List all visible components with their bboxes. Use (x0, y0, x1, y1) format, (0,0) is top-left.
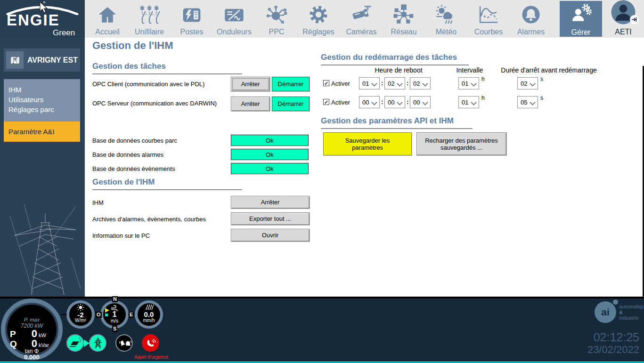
nav-accueil[interactable]: Accueil (86, 1, 129, 36)
db-row-label: Base de données évènements (92, 165, 175, 172)
q-unit: kVar (39, 342, 49, 348)
interval-select[interactable]: 01 (458, 96, 479, 108)
db-events-status-badge: Ok (231, 163, 309, 174)
home-icon (97, 1, 118, 25)
activer-checkbox[interactable]: ✓ (323, 99, 329, 105)
nav-alarmes[interactable]: Alarmes (510, 1, 552, 36)
reboot-second-select[interactable]: 00 (410, 96, 431, 108)
reboot-minute-select[interactable]: 00 (384, 96, 405, 108)
chevron-down-icon (471, 99, 477, 105)
open-pc-info-button[interactable]: Ouvrir (231, 229, 310, 242)
chevron-down-icon (371, 99, 377, 105)
activer-checkbox[interactable]: ✓ (323, 80, 329, 86)
nav-postes[interactable]: Postes (171, 1, 213, 36)
nav-label: PPC (269, 28, 285, 36)
select-value: 02 (388, 80, 394, 87)
nav-gerer-selected[interactable]: Gérer (560, 1, 602, 37)
select-value: 00 (388, 99, 394, 106)
nav-label: Postes (180, 28, 204, 36)
wind-marker-icon (105, 314, 108, 316)
page-title: Gestion de l'IHM (92, 40, 173, 52)
top-navigation: Accueil Unifilaire Postes (85, 0, 644, 38)
ai-brand-text: automatique & industrie (619, 304, 644, 321)
rain-value: 0.0 (138, 310, 160, 318)
scada-window: ENGIE Green Accueil Unifilaire (0, 0, 644, 363)
nav-reseau[interactable]: Réseau (383, 1, 425, 36)
pause-select[interactable]: 05 (517, 96, 538, 108)
solar-production-icon (66, 334, 84, 352)
gauge-tick (61, 314, 67, 315)
reload-params-button[interactable]: Recharger des paramètres sauvegardés ... (416, 132, 506, 155)
time-colon: : (381, 98, 383, 105)
chevron-down-icon (397, 99, 403, 105)
sidebar-item-reglages-parc[interactable]: Réglages parc (4, 105, 80, 114)
pause-select[interactable]: 02 (517, 77, 538, 89)
clock-time: 02:12:25 (565, 331, 639, 344)
nav-user-aeti[interactable]: AETI (602, 1, 644, 36)
archives-row-label: Archives d'alarmes, évènements, courbes (92, 216, 206, 223)
opc-client-stop-button[interactable]: Arrêter (231, 77, 270, 91)
wind-direction-arrow-icon (105, 308, 109, 313)
nav-meteo[interactable]: Météo (425, 1, 467, 36)
user-avatar-icon (611, 1, 636, 25)
emergency-call-button[interactable] (142, 334, 159, 352)
pause-unit: s (540, 76, 543, 82)
interval-unit: h (481, 95, 485, 101)
sidebar-item-ihm[interactable]: IHM (4, 85, 80, 95)
p-unit: kW (39, 332, 46, 338)
alarm-status-icon (115, 334, 133, 352)
sidebar: AVRIGNY EST IHM Utilisateurs Réglages pa… (0, 38, 85, 297)
reboot-minute-select[interactable]: 02 (384, 77, 405, 89)
phone-icon (146, 338, 157, 350)
activer-label: Activer (331, 99, 350, 106)
select-value: 01 (462, 80, 468, 87)
opc-client-start-button[interactable]: Démarrer (272, 77, 310, 91)
ihm-stop-button[interactable]: Arrêter (231, 196, 310, 209)
reboot-second-select[interactable]: 02 (410, 77, 431, 89)
ihm-section-header: Gestion de l'IHM (92, 177, 242, 190)
db-row-label: Base de données alarmes (92, 151, 163, 158)
interval-select[interactable]: 01 (458, 77, 479, 89)
restart-section-header: Gestion du redémarrage des tâches (321, 53, 469, 65)
pc-info-row-label: Information sur le PC (92, 232, 150, 239)
ai-logo-icon: ai (595, 301, 616, 323)
compass-south: S (112, 326, 117, 332)
nav-label: AETI (615, 28, 632, 36)
nav-unifilaire[interactable]: Unifilaire (128, 1, 171, 36)
map-icon (6, 51, 24, 69)
park-selector[interactable]: AVRIGNY EST (4, 48, 80, 72)
pmax-label: P. max (7, 317, 57, 323)
gear-icon (308, 1, 329, 25)
section-title: Gestion des paramètres API et IHM (321, 116, 454, 125)
nav-label: Caméras (346, 28, 377, 36)
nav-onduleurs[interactable]: Onduleurs (213, 1, 255, 36)
logout-icon[interactable] (630, 15, 639, 24)
opc-server-start-button[interactable]: Démarrer (272, 97, 310, 111)
nav-label: Gérer (571, 28, 591, 37)
irradiance-gauge: -2 W/m² (66, 300, 95, 329)
reboot-time-header: Heure de reboot (359, 66, 438, 74)
chevron-down-icon (422, 99, 428, 105)
nav-label: Réseau (391, 28, 416, 36)
nav-courbes[interactable]: Courbes (467, 1, 510, 36)
sidebar-menu: IHM Utilisateurs Réglages parc (4, 79, 80, 121)
wind-gauge: 1 m/s (100, 300, 129, 329)
export-all-button[interactable]: Exporter tout ... (231, 212, 310, 225)
select-value: 05 (521, 99, 527, 106)
reboot-hour-select[interactable]: 01 (359, 77, 380, 89)
nav-ppc[interactable]: PPC (255, 1, 298, 36)
save-params-button[interactable]: Sauvegarder les paramètres (323, 132, 412, 155)
opc-server-stop-button[interactable]: Arrêter (231, 97, 270, 111)
section-title: Gestion du redémarrage des tâches (321, 53, 457, 62)
solar-panel-icon (69, 338, 82, 349)
interval-header: Intervalle (450, 66, 489, 74)
sidebar-item-parametre-ai-active[interactable]: Paramètre A&I (4, 121, 80, 142)
nav-cameras[interactable]: Caméras (340, 1, 383, 36)
grid-export-icon (89, 334, 106, 352)
params-section-header: Gestion des paramètres API et IHM (321, 116, 473, 129)
reboot-hour-select[interactable]: 00 (359, 96, 380, 108)
clock-date: 23/02/2022 (565, 344, 639, 356)
nav-reglages[interactable]: Réglages (297, 1, 340, 36)
sidebar-item-utilisateurs[interactable]: Utilisateurs (4, 95, 80, 105)
activer-label: Activer (331, 80, 350, 87)
